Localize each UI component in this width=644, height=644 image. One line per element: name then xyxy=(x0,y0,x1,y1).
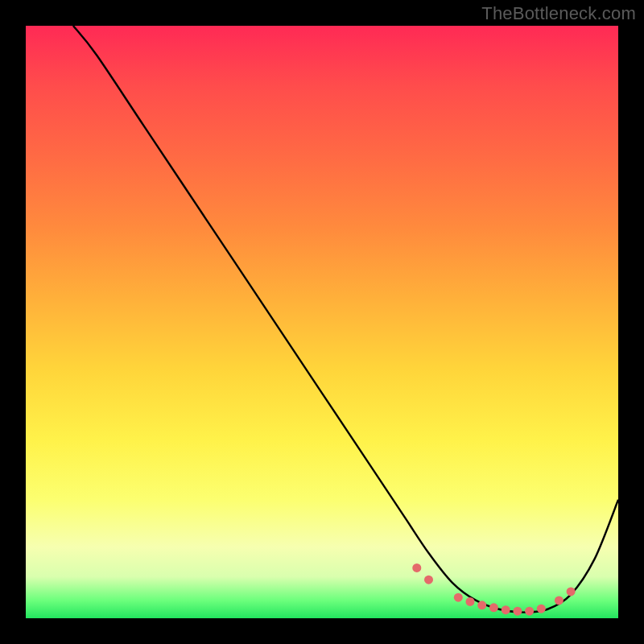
optimal-zone-dot xyxy=(502,605,510,614)
optimal-zone-dot xyxy=(477,601,486,609)
optimal-zone-dot xyxy=(489,603,498,612)
optimal-zone-dot xyxy=(525,607,534,616)
plot-area xyxy=(26,26,618,618)
watermark-text: TheBottleneck.com xyxy=(481,3,636,24)
optimal-zone-dot xyxy=(513,607,522,616)
optimal-zone-dot xyxy=(537,605,546,613)
curve-svg xyxy=(26,26,618,618)
optimal-zone-dot xyxy=(454,593,463,602)
optimal-zone-dot xyxy=(555,596,564,605)
bottleneck-curve-path xyxy=(73,26,618,613)
chart-frame: TheBottleneck.com xyxy=(0,0,644,644)
optimal-zone-dot xyxy=(424,576,433,584)
optimal-zone-dot xyxy=(412,564,421,572)
optimal-zone-dot xyxy=(466,597,475,606)
optimal-zone-dot xyxy=(567,587,576,596)
